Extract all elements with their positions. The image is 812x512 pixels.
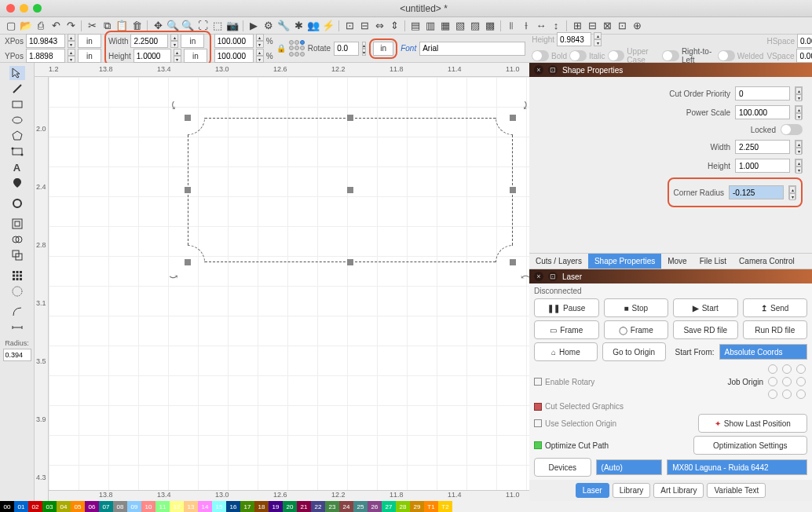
color-swatch-25[interactable]: 25 xyxy=(353,501,368,512)
marker-tool[interactable] xyxy=(9,176,25,190)
select-icon[interactable]: ⬚ xyxy=(211,20,224,32)
mirror-v-icon[interactable]: ⇕ xyxy=(388,20,401,32)
color-swatch-T1[interactable]: T1 xyxy=(424,501,438,512)
canvas[interactable]: 1.2 13.8 13.4 13.0 12.6 12.2 11.8 11.4 1… xyxy=(35,63,529,501)
align-b-icon[interactable]: ▩ xyxy=(484,20,496,32)
undo-icon[interactable]: ↶ xyxy=(49,20,62,32)
auto-select[interactable]: (Auto) xyxy=(596,459,663,475)
color-swatch-13[interactable]: 13 xyxy=(184,501,198,512)
device-icon[interactable]: ⚡ xyxy=(322,20,335,32)
color-swatch-05[interactable]: 05 xyxy=(71,501,85,512)
dist3-icon[interactable]: ⊠ xyxy=(601,20,613,32)
ltab-library[interactable]: Library xyxy=(613,483,651,498)
align-t-icon[interactable]: ▧ xyxy=(454,20,466,32)
xpos-unit[interactable]: in xyxy=(78,34,101,48)
radial-tool[interactable] xyxy=(9,284,25,298)
color-swatch-28[interactable]: 28 xyxy=(396,501,410,512)
color-swatch-06[interactable]: 06 xyxy=(85,501,99,512)
color-swatch-16[interactable]: 16 xyxy=(226,501,240,512)
sp-height-input[interactable] xyxy=(735,159,790,173)
save-rd-button[interactable]: Save RD file xyxy=(673,320,738,339)
tab-shape-properties[interactable]: Shape Properties xyxy=(588,254,661,269)
selected-shape[interactable]: ⤹ ⤸ ⤻ ⤺ xyxy=(188,118,513,262)
optimize-check[interactable]: Optimize Cut Path xyxy=(534,441,609,450)
show-last-button[interactable]: ✦Show Last Position xyxy=(698,414,807,433)
ltab-art[interactable]: Art Library xyxy=(653,483,704,498)
tab-move[interactable]: Move xyxy=(661,254,693,269)
tab-file-list[interactable]: File List xyxy=(693,254,733,269)
new-icon[interactable]: ▢ xyxy=(5,20,17,32)
color-swatch-18[interactable]: 18 xyxy=(254,501,269,512)
cut-selected-check[interactable]: Cut Selected Graphics xyxy=(534,402,624,411)
unit-box[interactable]: in xyxy=(373,42,393,56)
color-swatch-01[interactable]: 01 xyxy=(14,501,28,512)
dist-h-icon[interactable]: ⫴ xyxy=(505,20,518,32)
frame2-button[interactable]: ◯Frame xyxy=(604,320,669,339)
mirror-h-icon[interactable]: ⇔ xyxy=(373,20,386,32)
dn[interactable]: ▾ xyxy=(68,41,75,48)
maximize-window[interactable] xyxy=(33,4,42,13)
pause-button[interactable]: ❚❚Pause xyxy=(534,298,599,317)
align-m-icon[interactable]: ▨ xyxy=(469,20,481,32)
rotate-input[interactable] xyxy=(334,42,359,56)
color-swatch-14[interactable]: 14 xyxy=(198,501,212,512)
boolean-tool[interactable] xyxy=(9,248,25,262)
color-swatch-03[interactable]: 03 xyxy=(42,501,57,512)
cut-icon[interactable]: ✂ xyxy=(86,20,98,32)
redo-icon[interactable]: ↷ xyxy=(64,20,77,32)
edit-nodes-tool[interactable] xyxy=(9,144,25,159)
machine-select[interactable]: MX80 Laguna - Ruida 6442 xyxy=(667,459,807,475)
ltab-variable[interactable]: Variable Text xyxy=(707,483,766,498)
ypos-unit[interactable]: in xyxy=(78,49,101,63)
select-tool[interactable] xyxy=(9,66,25,80)
frame-button[interactable]: ▭Frame xyxy=(534,320,599,339)
weld-tool[interactable] xyxy=(9,232,25,247)
ltab-laser[interactable]: Laser xyxy=(576,483,609,498)
opt-settings-button[interactable]: Optimization Settings xyxy=(693,436,807,455)
color-swatch-12[interactable]: 12 xyxy=(170,501,184,512)
tab-cuts[interactable]: Cuts / Layers xyxy=(529,254,588,269)
save-icon[interactable]: ⎙ xyxy=(35,20,47,32)
laser-undock-icon[interactable]: ⊡ xyxy=(548,272,558,281)
dist4-icon[interactable]: ⊡ xyxy=(616,20,628,32)
color-swatch-10[interactable]: 10 xyxy=(141,501,155,512)
polygon-tool[interactable] xyxy=(9,129,25,143)
width-input[interactable] xyxy=(130,34,168,48)
color-swatch-27[interactable]: 27 xyxy=(382,501,396,512)
align-r-icon[interactable]: ▦ xyxy=(439,20,452,32)
color-swatch-17[interactable]: 17 xyxy=(240,501,254,512)
devices-button[interactable]: Devices xyxy=(534,458,591,477)
color-swatch-29[interactable]: 29 xyxy=(410,501,424,512)
arc-tool[interactable] xyxy=(9,305,25,319)
font-input[interactable] xyxy=(419,42,525,56)
align-c-icon[interactable]: ▥ xyxy=(424,20,437,32)
goto-origin-button[interactable]: Go to Origin xyxy=(602,342,666,361)
color-swatch-02[interactable]: 02 xyxy=(28,501,42,512)
color-swatch-24[interactable]: 24 xyxy=(339,501,353,512)
scale-w-input[interactable] xyxy=(214,34,254,48)
preview-icon[interactable]: ▶ xyxy=(247,20,260,32)
dist1-icon[interactable]: ⊞ xyxy=(571,20,583,32)
laser-close-icon[interactable]: × xyxy=(534,272,543,281)
same-h-icon[interactable]: ↕ xyxy=(550,20,562,32)
xpos-input[interactable] xyxy=(26,34,65,48)
start-button[interactable]: ▶Start xyxy=(673,298,738,317)
upper-toggle[interactable] xyxy=(608,50,625,61)
color-swatch-11[interactable]: 11 xyxy=(155,501,170,512)
run-rd-button[interactable]: Run RD file xyxy=(743,320,808,339)
rect-tool[interactable] xyxy=(9,97,25,112)
measure-tool[interactable] xyxy=(9,320,25,335)
anchor-grid[interactable] xyxy=(289,40,305,57)
radius-input[interactable] xyxy=(3,349,31,361)
panel-close-icon[interactable]: × xyxy=(534,65,543,75)
color-swatch-20[interactable]: 20 xyxy=(283,501,297,512)
lock-aspect-icon[interactable]: 🔒 xyxy=(276,41,286,57)
ungroup-icon[interactable]: ⊟ xyxy=(358,20,371,32)
text-tool[interactable]: A xyxy=(9,160,25,174)
color-swatch-T2[interactable]: T2 xyxy=(438,501,452,512)
users-icon[interactable]: 👥 xyxy=(307,20,320,32)
job-origin-grid[interactable] xyxy=(768,364,807,399)
fheight-input[interactable] xyxy=(557,32,591,46)
up[interactable]: ▴ xyxy=(68,34,75,41)
color-swatch-00[interactable]: 00 xyxy=(0,501,14,512)
